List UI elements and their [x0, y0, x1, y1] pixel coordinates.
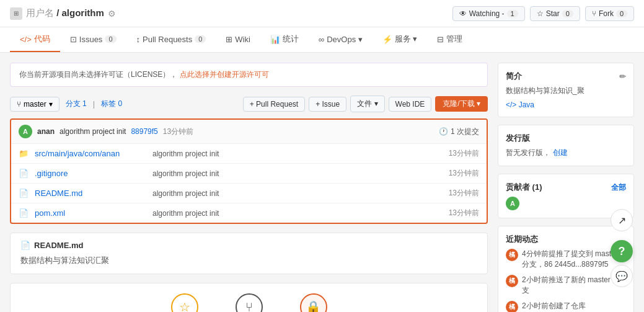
- issue-button[interactable]: + Issue: [309, 97, 346, 112]
- issues-icon: ⊡: [70, 35, 77, 44]
- fork-item[interactable]: ⑂ Fork 0: [236, 293, 263, 312]
- commit-row: A anan algorithm project init 88979f5 13…: [11, 120, 487, 144]
- commit-hash[interactable]: 88979f5: [131, 127, 157, 136]
- branch-bar: ⑂ master ▾ 分支 1 | 标签 0 + Pull Request + …: [10, 96, 488, 112]
- activity-avatar: 橘: [506, 275, 518, 287]
- sidebar-release: 发行版 暂无发行版， 创建: [498, 125, 634, 166]
- license-link[interactable]: 点此选择并创建开源许可可: [180, 69, 269, 80]
- tab-devops-label: DevOps ▾: [327, 35, 363, 44]
- bottom-icons: ☆ Star 0 ⑂ Fork 0 🔒 捐赠 0 人次: [10, 283, 488, 312]
- file-time: 13分钟前: [449, 168, 479, 179]
- commit-author: anan: [37, 127, 55, 136]
- fork-button[interactable]: ⑂ Fork 0: [585, 6, 634, 21]
- tab-devops[interactable]: ∞ DevOps ▾: [309, 27, 373, 52]
- tab-stats-label: 统计: [283, 33, 299, 45]
- tab-pullreqs[interactable]: ↕ Pull Requests 0: [126, 27, 216, 52]
- table-row: 📄 .gitignore algorithm project init 13分钟…: [11, 164, 487, 184]
- wiki-icon: ⊞: [226, 35, 232, 44]
- tag-text: Java: [519, 100, 534, 109]
- file-time: 13分钟前: [449, 208, 479, 218]
- readme-section: 📄 README.md 数据结构与算法知识汇聚: [10, 233, 488, 274]
- file-time: 13分钟前: [449, 188, 479, 198]
- pr-button[interactable]: + Pull Request: [243, 97, 305, 112]
- help-button[interactable]: ?: [611, 240, 633, 262]
- star-button[interactable]: ☆ Star 0: [530, 6, 580, 21]
- donate-item[interactable]: 🔒 捐赠 0 人次: [300, 293, 327, 312]
- table-row: 📁 src/main/java/com/anan algorithm proje…: [11, 144, 487, 164]
- star-label: Star: [546, 9, 560, 18]
- release-create-link[interactable]: 创建: [553, 148, 568, 157]
- folder-icon: 📁: [19, 149, 29, 158]
- tab-services-label: 服务 ▾: [395, 33, 418, 45]
- commit-link[interactable]: 88979f5: [581, 260, 608, 269]
- activity-text: 2小时前创建了仓库: [522, 301, 586, 311]
- file-icon: 📄: [19, 189, 29, 198]
- file-commit-msg: algorithm project init: [152, 149, 443, 158]
- commit-count-text: 1 次提交: [451, 127, 479, 137]
- edit-icon[interactable]: ✏: [619, 72, 626, 81]
- activity-title-text: 近期动态: [506, 234, 538, 245]
- license-text: 你当前开源项目尚未选择许可证（LICENSE），: [19, 69, 177, 80]
- sidebar-activity-title: 近期动态: [506, 234, 626, 245]
- commit-count: 🕐 1 次提交: [439, 127, 479, 137]
- tab-wiki-label: Wiki: [235, 35, 250, 44]
- readme-icon: 📄: [20, 241, 30, 250]
- file-commit-msg: algorithm project init: [152, 209, 443, 218]
- tags-count[interactable]: 标签 0: [101, 99, 122, 109]
- sidebar-intro: 简介 ✏ 数据结构与算法知识_聚 </> Java: [498, 63, 634, 117]
- master-link2[interactable]: master: [588, 275, 611, 284]
- tab-admin[interactable]: ⊟ 管理: [427, 27, 472, 52]
- branch-icon: ⑂: [17, 100, 21, 109]
- fork-count: 0: [616, 10, 627, 17]
- tab-admin-label: 管理: [446, 33, 462, 45]
- file-name[interactable]: .gitignore: [35, 169, 146, 178]
- watching-button[interactable]: 👁 Watching - 1: [452, 6, 525, 21]
- watching-label: Watching -: [469, 9, 505, 18]
- branches-link[interactable]: 分支 1: [66, 99, 87, 108]
- sidebar-release-title: 发行版: [506, 133, 626, 144]
- activity-avatar: 橘: [506, 301, 518, 312]
- branch-name: master: [24, 100, 46, 109]
- license-banner: 你当前开源项目尚未选择许可证（LICENSE）， 点此选择并创建开源许可可: [10, 63, 488, 87]
- intro-title-text: 简介: [506, 71, 522, 82]
- branch-select[interactable]: ⑂ master ▾: [10, 97, 60, 112]
- contrib-all-link[interactable]: 全部: [611, 182, 626, 193]
- share-button[interactable]: ↗: [611, 209, 633, 231]
- donate-circle-icon: 🔒: [300, 293, 327, 312]
- avatar: A: [19, 125, 32, 138]
- watching-count: 1: [507, 10, 518, 17]
- file-name[interactable]: README.md: [35, 189, 146, 198]
- file-icon: 📄: [19, 208, 29, 218]
- gear-icon[interactable]: ⚙: [108, 9, 116, 19]
- readme-title-text: README.md: [34, 241, 83, 250]
- tab-services[interactable]: ⚡ 服务 ▾: [373, 27, 428, 52]
- issues-badge: 0: [105, 35, 116, 43]
- pr-icon: ↕: [136, 35, 141, 44]
- tab-issues[interactable]: ⊡ Issues 0: [60, 27, 126, 52]
- clone-button[interactable]: 克隆/下载 ▾: [435, 96, 488, 112]
- webide-button[interactable]: Web IDE: [389, 97, 432, 112]
- star-count: 0: [562, 10, 573, 17]
- sidebar-intro-title: 简介 ✏: [506, 71, 626, 82]
- sidebar-intro-tag[interactable]: </> Java: [506, 100, 534, 109]
- tags-link[interactable]: 标签 0: [101, 99, 122, 108]
- star-circle-icon: ☆: [171, 293, 198, 312]
- commit-message: algorithm project init: [60, 127, 126, 136]
- table-row: 📄 pom.xml algorithm project init 13分钟前: [11, 203, 487, 223]
- table-row: 📄 README.md algorithm project init 13分钟前: [11, 184, 487, 203]
- file-name[interactable]: src/main/java/com/anan: [35, 149, 146, 158]
- file-button[interactable]: 文件 ▾: [350, 96, 384, 112]
- file-name[interactable]: pom.xml: [35, 208, 146, 218]
- readme-content: 数据结构与算法知识汇聚: [20, 255, 477, 266]
- contrib-row: A: [506, 197, 626, 210]
- tab-stats[interactable]: 📊 统计: [260, 27, 309, 52]
- tab-code[interactable]: </> 代码: [10, 27, 60, 52]
- branch-count[interactable]: 分支 1: [66, 99, 87, 109]
- tab-wiki[interactable]: ⊞ Wiki: [216, 27, 260, 52]
- history-icon: 🕐: [439, 127, 448, 136]
- activity-item: 橘 2小时前推送了新的 master 分支: [506, 275, 626, 296]
- message-button[interactable]: 💬: [611, 265, 633, 287]
- topbar-right: 👁 Watching - 1 ☆ Star 0 ⑂ Fork 0: [452, 6, 634, 21]
- star-item[interactable]: ☆ Star 0: [171, 293, 198, 312]
- code-tag-icon: </>: [506, 100, 519, 109]
